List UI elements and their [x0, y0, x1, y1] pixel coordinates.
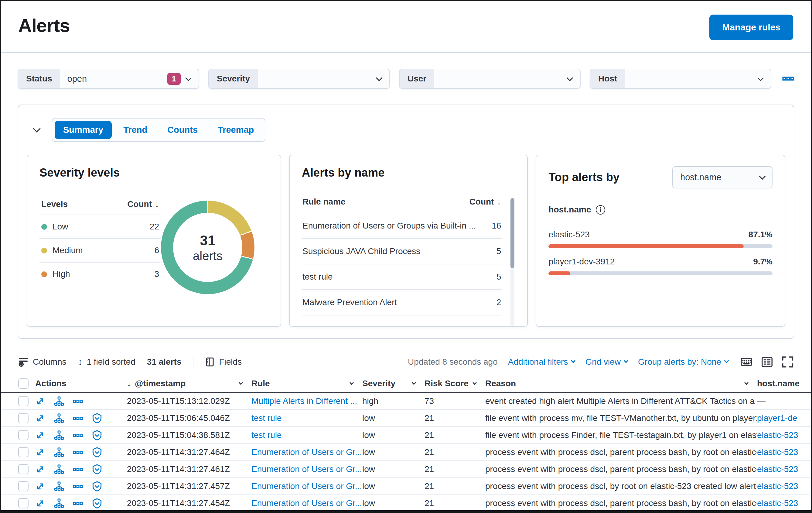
row-checkbox[interactable]: [18, 447, 29, 457]
toolbar-link-group-alerts-by-none[interactable]: Group alerts by: None: [638, 357, 728, 367]
alert-risk-score: 21: [425, 481, 485, 491]
toolbar-link-additional-filters[interactable]: Additional filters: [508, 357, 575, 367]
columns-button[interactable]: Columns: [18, 357, 66, 367]
rule-count: 2: [496, 298, 501, 307]
scrollbar-thumb[interactable]: [511, 198, 514, 268]
alert-rule-link[interactable]: test rule: [252, 413, 362, 423]
more-actions-icon[interactable]: [73, 447, 83, 457]
row-checkbox[interactable]: [18, 396, 29, 406]
expand-alert-icon[interactable]: [35, 464, 45, 475]
rule-count-row: test rule 5: [302, 264, 502, 290]
toolbar-link-grid-view[interactable]: Grid view: [585, 357, 628, 367]
more-actions-icon[interactable]: [73, 396, 83, 406]
alert-host-name[interactable]: elastic-523: [757, 430, 811, 440]
alert-host-name[interactable]: elastic-523: [757, 498, 811, 508]
chevron-down-icon[interactable]: [350, 380, 354, 385]
fields-button[interactable]: Fields: [205, 357, 242, 367]
row-checkbox[interactable]: [18, 430, 29, 440]
top-alert-bar-row: elastic-523 87.1%: [548, 230, 773, 248]
analyze-event-icon[interactable]: [54, 396, 64, 406]
column-header-timestamp[interactable]: ↓@timestamp: [127, 379, 252, 388]
more-filters-button[interactable]: [782, 73, 794, 85]
column-header-reason[interactable]: Reason: [485, 379, 757, 388]
severity-row: High 3: [39, 262, 161, 286]
expand-alert-icon[interactable]: [35, 447, 45, 457]
analyze-event-icon[interactable]: [54, 498, 64, 508]
endpoint-shield-icon[interactable]: [92, 430, 102, 441]
expand-alert-icon[interactable]: [35, 430, 45, 440]
manage-rules-button[interactable]: Manage rules: [709, 15, 793, 40]
top-alerts-field-select[interactable]: host.name: [672, 166, 773, 188]
tab-summary[interactable]: Summary: [55, 121, 112, 139]
more-actions-icon[interactable]: [73, 464, 83, 475]
more-actions-icon[interactable]: [73, 481, 83, 491]
severity-donut-chart[interactable]: 31 alerts: [161, 200, 255, 294]
row-checkbox[interactable]: [18, 464, 29, 475]
filter-label: User: [400, 69, 434, 88]
row-checkbox[interactable]: [18, 481, 29, 491]
alert-rule-link[interactable]: Enumeration of Users or Gr...: [252, 447, 362, 457]
count-column-header[interactable]: Count↓: [469, 197, 501, 207]
expand-alert-icon[interactable]: [35, 481, 45, 491]
display-density-icon[interactable]: [761, 356, 773, 368]
more-actions-icon[interactable]: [73, 498, 83, 508]
alert-rule-link[interactable]: Enumeration of Users or Gr...: [252, 481, 362, 491]
analyze-event-icon[interactable]: [54, 430, 64, 440]
column-header-rule[interactable]: Rule: [252, 379, 362, 388]
alert-host-name[interactable]: elastic-523: [757, 481, 811, 491]
column-header-host-name[interactable]: host.name: [757, 379, 811, 388]
chevron-down-icon: [185, 75, 192, 81]
bar-fill: [548, 271, 570, 275]
scrollbar-track[interactable]: [511, 198, 514, 326]
alert-host-name[interactable]: elastic-523: [757, 464, 811, 474]
keyboard-shortcuts-icon[interactable]: [740, 356, 752, 368]
chevron-down-icon[interactable]: [472, 380, 477, 385]
chevron-down-icon[interactable]: [744, 380, 749, 385]
analyze-event-icon[interactable]: [54, 464, 64, 475]
filter-pill-status[interactable]: Status open 1: [18, 69, 199, 89]
collapse-summary-button[interactable]: [34, 127, 39, 133]
expand-alert-icon[interactable]: [35, 413, 45, 423]
expand-alert-icon[interactable]: [35, 498, 45, 508]
alert-rule-link[interactable]: Multiple Alerts in Different ...: [252, 396, 362, 406]
chevron-down-icon[interactable]: [412, 380, 416, 385]
rule-count: 5: [496, 272, 501, 282]
tab-treemap[interactable]: Treemap: [209, 121, 262, 139]
fullscreen-icon[interactable]: [782, 356, 794, 368]
analyze-event-icon[interactable]: [54, 481, 64, 491]
select-all-checkbox[interactable]: [18, 378, 29, 389]
sort-fields-button[interactable]: ↕ 1 field sorted: [78, 357, 135, 367]
analyze-event-icon[interactable]: [54, 447, 64, 457]
tab-trend[interactable]: Trend: [115, 121, 156, 139]
alert-rule-link[interactable]: Enumeration of Users or Gr...: [252, 498, 362, 508]
alert-reason: file event with process Finder, file TES…: [485, 430, 757, 440]
endpoint-shield-icon[interactable]: [92, 447, 102, 458]
info-icon[interactable]: i: [596, 205, 605, 215]
alert-rule-link[interactable]: test rule: [252, 430, 362, 440]
column-header-risk-score[interactable]: Risk Score: [425, 379, 485, 388]
analyze-event-icon[interactable]: [54, 413, 64, 423]
chevron-down-icon[interactable]: [239, 380, 243, 385]
column-header-severity[interactable]: Severity: [362, 379, 425, 388]
endpoint-shield-icon[interactable]: [92, 481, 102, 492]
row-checkbox[interactable]: [18, 413, 29, 423]
alert-host-name[interactable]: —: [757, 396, 811, 406]
row-checkbox[interactable]: [18, 498, 29, 508]
header-divider: [1, 52, 811, 53]
endpoint-shield-icon[interactable]: [92, 413, 102, 424]
filter-pill-severity[interactable]: Severity: [208, 69, 390, 89]
tab-counts[interactable]: Counts: [159, 121, 206, 139]
filter-pill-host[interactable]: Host: [590, 69, 771, 89]
alert-rule-link[interactable]: Enumeration of Users or Gr...: [252, 464, 362, 474]
count-column-header[interactable]: Count↓: [127, 199, 159, 209]
alert-host-name[interactable]: elastic-523: [757, 447, 811, 457]
severity-row: Low 22: [39, 215, 161, 238]
endpoint-shield-icon[interactable]: [92, 464, 102, 475]
filter-pill-user[interactable]: User: [399, 69, 581, 89]
more-actions-icon[interactable]: [73, 430, 83, 440]
more-actions-icon[interactable]: [73, 413, 83, 423]
endpoint-shield-icon[interactable]: [92, 498, 102, 509]
alert-host-name[interactable]: player1-de: [757, 413, 811, 423]
page-header: Alerts Manage rules: [1, 1, 811, 40]
expand-alert-icon[interactable]: [35, 396, 45, 406]
